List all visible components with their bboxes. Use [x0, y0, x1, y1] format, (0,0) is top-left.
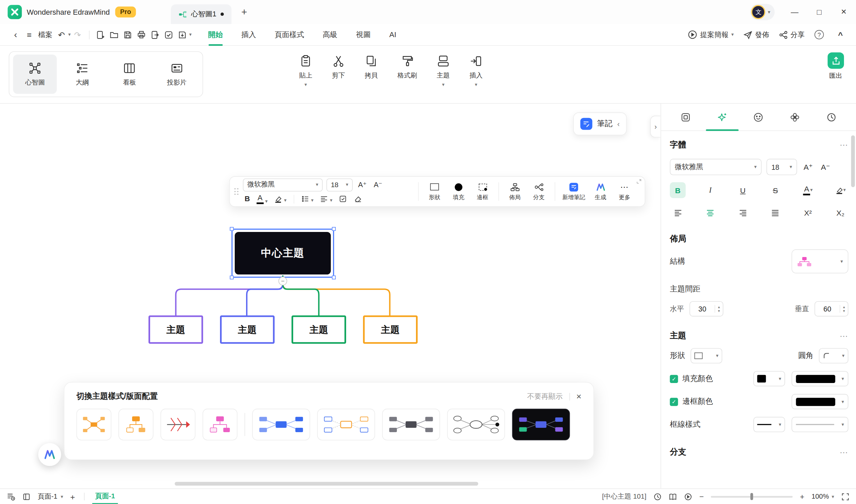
single-page-view-button[interactable] [22, 492, 31, 500]
increase-font-button[interactable]: A⁺ [356, 180, 368, 188]
panel-decrease-font-button[interactable]: A⁻ [819, 163, 832, 172]
central-topic-node[interactable]: 中心主題 [235, 232, 331, 274]
topic-node[interactable]: 主題 [363, 316, 417, 344]
paste-button[interactable]: 貼上 ▾ [299, 53, 312, 87]
zoom-slider[interactable] [711, 496, 793, 497]
task-list-button[interactable] [337, 195, 349, 203]
tab-stickers[interactable] [748, 103, 769, 131]
tab-insert[interactable]: 插入 [242, 24, 256, 46]
font-size-select[interactable]: 18▾ [326, 178, 353, 191]
align-left-button[interactable] [670, 204, 685, 220]
topic-node[interactable]: 主題 [220, 316, 274, 344]
collapse-branch-button[interactable]: − [279, 277, 287, 285]
panel-font-family-select[interactable]: 微软雅黑▾ [670, 159, 761, 175]
copy-button[interactable]: 拷貝 [365, 53, 378, 87]
panel-scrollbar[interactable] [851, 136, 855, 187]
close-button[interactable]: × [832, 0, 856, 24]
zoom-slider-knob[interactable] [751, 493, 753, 500]
outline-book-button[interactable] [669, 492, 677, 500]
align-center-button[interactable] [702, 204, 718, 220]
horizontal-spacing-stepper[interactable]: 30 ▴▾ [690, 301, 723, 317]
tab-themes[interactable] [784, 103, 806, 131]
resize-handle[interactable] [332, 227, 336, 231]
minimize-button[interactable]: — [782, 0, 807, 24]
theme-thumbnail[interactable] [382, 409, 440, 440]
step-down-icon[interactable]: ▾ [718, 309, 720, 312]
view-slides[interactable]: 投影片 [155, 54, 199, 94]
save-icon[interactable] [121, 28, 135, 41]
resize-handle[interactable] [230, 275, 233, 279]
cut-button[interactable]: 剪下 [332, 53, 345, 87]
bold-button[interactable]: B [243, 195, 252, 203]
view-kanban[interactable]: 看板 [108, 54, 151, 94]
decrease-font-button[interactable]: A⁻ [372, 180, 384, 188]
corner-select[interactable]: ▾ [819, 348, 848, 364]
tab-advanced[interactable]: 高級 [323, 24, 337, 46]
export-file-icon[interactable] [148, 28, 162, 41]
undo-button[interactable]: ↶ [54, 28, 68, 41]
fill-tool[interactable]: 填充 [447, 182, 471, 201]
vertical-spacing-stepper[interactable]: 60 ▴▾ [815, 301, 848, 317]
resize-handle[interactable] [332, 275, 336, 279]
branch-tool[interactable]: 分支 [527, 182, 551, 201]
list-style-button[interactable]: ▾ [300, 195, 315, 203]
panel-font-size-select[interactable]: 18▾ [766, 159, 797, 175]
redo-button[interactable]: ↷ [71, 28, 84, 41]
format-painter-button[interactable]: 格式刷 [397, 53, 417, 87]
more-tools[interactable]: ⋯ 更多 [612, 182, 637, 201]
save-as-icon[interactable] [176, 28, 189, 41]
publish-button[interactable]: 發佈 [744, 30, 769, 39]
align-button[interactable]: ▾ [318, 195, 334, 203]
collapse-notes-icon[interactable]: ‹ [617, 120, 620, 127]
panel-underline-button[interactable]: U [735, 182, 751, 198]
add-note-tool[interactable]: 新增筆記 [559, 182, 588, 201]
topic-more-icon[interactable]: ⋯ [840, 331, 848, 341]
panel-highlight-button[interactable]: ▾ [833, 182, 848, 198]
panel-expand-handle[interactable]: › [650, 115, 660, 137]
ai-assistant-fab[interactable] [38, 443, 61, 466]
tab-page-style[interactable]: 頁面樣式 [274, 24, 304, 46]
page-overview-button[interactable] [7, 492, 15, 501]
theme-thumbnail[interactable] [118, 409, 153, 440]
help-button[interactable]: ? [815, 30, 824, 39]
insert-button[interactable]: 插入 ▾ [469, 53, 482, 87]
add-page-button[interactable]: + [70, 492, 75, 501]
page-select[interactable]: 頁面-1 ▾ [38, 492, 63, 501]
theme-thumbnail[interactable] [76, 409, 111, 440]
resize-handle[interactable] [230, 227, 233, 231]
fill-style-select[interactable]: ▾ [753, 371, 785, 386]
justify-button[interactable] [767, 204, 783, 220]
border-color-select[interactable]: ▾ [791, 394, 848, 410]
line-style-select[interactable]: ▾ [753, 417, 785, 432]
tab-history[interactable] [820, 103, 842, 131]
account-menu[interactable]: 文 ▾ [750, 4, 775, 20]
font-more-icon[interactable]: ⋯ [840, 140, 848, 150]
toolbar-drag-handle[interactable] [232, 188, 241, 195]
branch-more-icon[interactable]: ⋯ [840, 447, 848, 457]
open-file-icon[interactable] [107, 28, 121, 41]
superscript-button[interactable]: X² [800, 204, 816, 220]
theme-thumbnail[interactable] [252, 409, 310, 440]
back-button[interactable]: ‹ [9, 28, 22, 41]
zoom-level-select[interactable]: 100% ▾ [812, 493, 834, 500]
expand-toolbar-icon[interactable] [637, 179, 642, 184]
fill-color-checkbox[interactable]: ✓ [670, 375, 678, 383]
undo-history-dropdown[interactable]: ▾ [68, 32, 71, 37]
main-menu-button[interactable]: ≡ [22, 28, 36, 41]
shape-tool[interactable]: 形狀 [423, 182, 447, 201]
page-tab-active[interactable]: 頁面-1 [93, 489, 118, 504]
theme-thumbnail[interactable] [203, 409, 237, 440]
ai-generate-tool[interactable]: 生成 [588, 182, 612, 201]
subscript-button[interactable]: X₂ [833, 204, 848, 220]
theme-thumbnail[interactable] [317, 409, 375, 440]
zoom-out-button[interactable]: − [699, 492, 704, 501]
tab-ai[interactable]: AI [389, 24, 396, 46]
export-button[interactable]: 匯出 [827, 53, 844, 81]
avatar[interactable]: 文 [751, 5, 765, 19]
align-right-button[interactable] [735, 204, 751, 220]
horizontal-scrollbar[interactable] [175, 482, 478, 486]
line-width-select[interactable]: ▾ [791, 417, 848, 432]
structure-select[interactable]: ▾ [791, 249, 848, 273]
timer-button[interactable] [653, 492, 661, 500]
view-outline[interactable]: 大綱 [60, 54, 104, 94]
